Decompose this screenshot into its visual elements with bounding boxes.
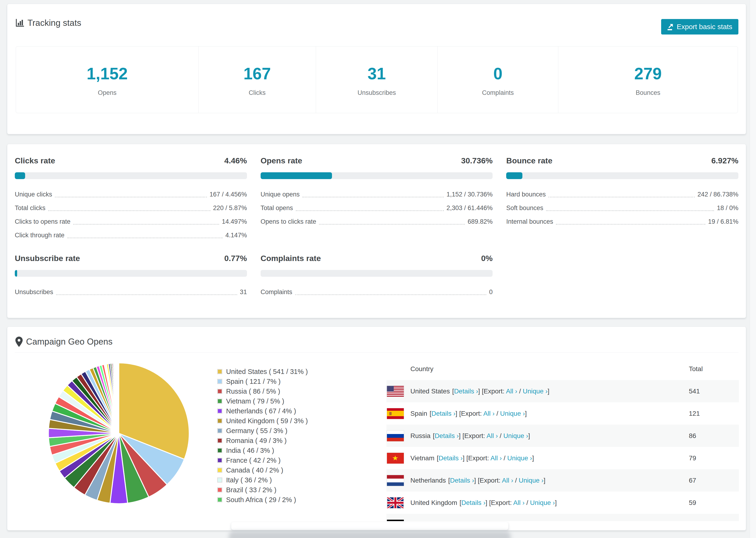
details-link[interactable]: Details › (450, 477, 474, 484)
export-all-link[interactable]: All › (490, 455, 502, 462)
metric-label: Total opens (261, 204, 293, 212)
legend-item: Canada ( 40 / 2% ) (217, 465, 308, 475)
total-value: 86 (689, 432, 696, 440)
ru-flag-icon (387, 430, 404, 441)
vn-flag-icon (387, 453, 404, 463)
table-row: Netherlands [Details ›] [Export: All › /… (387, 469, 739, 492)
rate-title: Bounce rate (506, 156, 553, 165)
legend-swatch (217, 379, 222, 384)
legend-swatch (217, 497, 222, 502)
metric-label: Soft bounces (506, 204, 543, 212)
legend-label: Spain ( 121 / 7% ) (226, 378, 281, 385)
geo-header: Campaign Geo Opens (15, 337, 112, 347)
metric-value: 2,303 / 61.446% (447, 204, 493, 212)
metric-row: Soft bounces 18 / 0% (506, 201, 738, 215)
country-name: Russia (410, 432, 431, 440)
legend-label: Italy ( 36 / 2% ) (226, 476, 272, 484)
legend-label: Canada ( 40 / 2% ) (226, 466, 283, 474)
stats-summary: 1,152 Opens 167 Clicks 31 Unsubscribes 0… (16, 46, 738, 113)
stat-label: Opens (16, 89, 198, 96)
stat-label: Bounces (558, 89, 738, 96)
dotted-leader (295, 295, 486, 295)
legend-label: Romania ( 49 / 3% ) (226, 437, 287, 445)
tracking-stats-card: Tracking stats Export basic stats 1,152 … (7, 4, 746, 134)
export-unique-link[interactable]: Unique › (523, 388, 548, 395)
export-all-link[interactable]: All › (502, 477, 513, 484)
tracking-stats-title: Tracking stats (27, 18, 81, 28)
stat-label: Clicks (199, 89, 316, 96)
details-link[interactable]: Details › (454, 388, 478, 395)
rate-title: Complaints rate (261, 254, 321, 263)
export-all-link[interactable]: All › (483, 410, 495, 417)
stat-box: 167 Clicks (199, 46, 316, 113)
legend-swatch (217, 458, 222, 463)
legend-item: Vietnam ( 79 / 5% ) (217, 396, 308, 406)
metric-label: Unique opens (261, 191, 300, 198)
metric-row: Total clicks 220 / 5.87% (15, 201, 247, 215)
rate-block: Opens rate 30.736% Unique opens 1,152 / … (261, 155, 493, 242)
export-all-link[interactable]: All › (486, 432, 498, 439)
map-pin-icon (15, 337, 23, 347)
metric-row: Internal bounces 19 / 6.81% (506, 215, 738, 228)
export-basic-stats-button[interactable]: Export basic stats (661, 19, 738, 34)
legend-swatch (217, 438, 222, 443)
table-header-row: Country Total (387, 358, 739, 380)
stat-label: Unsubscribes (316, 89, 438, 96)
metric-label: Clicks to opens rate (15, 218, 71, 225)
export-all-link[interactable]: All › (513, 499, 524, 506)
pie-legend: United States ( 541 / 31% ) Spain ( 121 … (217, 367, 308, 505)
legend-item: India ( 46 / 3% ) (217, 446, 308, 456)
metric-value: 19 / 6.81% (708, 218, 738, 225)
legend-label: Brazil ( 33 / 2% ) (226, 486, 276, 494)
bar-chart-icon (15, 19, 24, 27)
dotted-leader (56, 295, 237, 295)
rate-block: Complaints rate 0% Complaints 0 (261, 252, 493, 299)
floating-overlay (231, 522, 508, 530)
export-unique-link[interactable]: Unique › (500, 410, 525, 417)
details-link[interactable]: Details › (439, 455, 463, 462)
legend-swatch (217, 448, 222, 453)
total-value: 79 (689, 455, 696, 462)
legend-swatch (217, 428, 222, 433)
details-link[interactable]: Details › (435, 432, 459, 439)
progress-bar (506, 172, 738, 179)
metric-label: Internal bounces (506, 218, 553, 225)
legend-label: India ( 46 / 3% ) (226, 447, 274, 455)
details-link[interactable]: Details › (461, 499, 486, 506)
export-all-link[interactable]: All › (506, 388, 517, 395)
metric-label: Total clicks (15, 204, 45, 212)
export-unique-link[interactable]: Unique › (507, 455, 532, 462)
rate-block: Bounce rate 6.927% Hard bounces 242 / 86… (506, 155, 738, 242)
stat-value: 279 (558, 64, 738, 83)
dotted-leader (67, 238, 223, 238)
legend-swatch (217, 369, 222, 374)
export-unique-link[interactable]: Unique › (530, 499, 555, 506)
dotted-leader (546, 210, 714, 211)
dotted-leader (556, 224, 705, 225)
table-header-country: Country (410, 365, 433, 373)
table-header-total: Total (689, 365, 703, 373)
export-unique-link[interactable]: Unique › (503, 432, 528, 439)
dotted-leader (48, 210, 210, 211)
country-name: Spain (410, 410, 427, 417)
total-value: 67 (689, 477, 696, 484)
metric-value: 18 / 0% (717, 204, 738, 212)
progress-bar (15, 172, 247, 179)
rate-block: Unsubscribe rate 0.77% Unsubscribes 31 (15, 252, 247, 299)
page-scrollbar[interactable] (750, 0, 756, 538)
details-link[interactable]: Details › (431, 410, 456, 417)
metric-value: 4.147% (225, 232, 247, 239)
metric-value: 31 (240, 289, 247, 296)
legend-swatch (217, 399, 222, 404)
legend-item: United Kingdom ( 59 / 3% ) (217, 416, 308, 426)
legend-item: Italy ( 36 / 2% ) (217, 475, 308, 485)
progress-bar (261, 172, 493, 179)
legend-item: Germany ( 55 / 3% ) (217, 426, 308, 436)
metric-value: 14.497% (222, 218, 247, 225)
metric-value: 220 / 5.87% (213, 204, 247, 212)
stat-value: 167 (199, 64, 316, 83)
export-icon (666, 23, 674, 30)
metric-row: Unique opens 1,152 / 30.736% (261, 188, 493, 201)
progress-fill (15, 270, 17, 277)
export-unique-link[interactable]: Unique › (519, 477, 544, 484)
